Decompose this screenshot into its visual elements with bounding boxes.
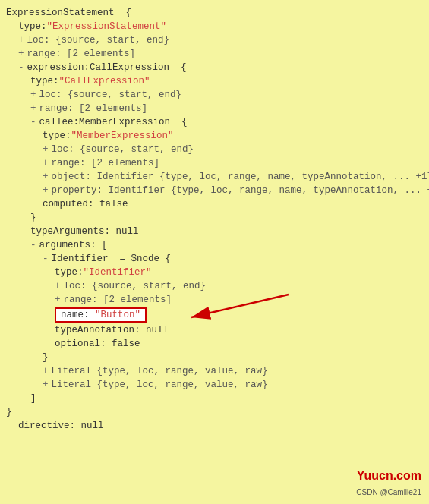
line-11: + loc: {source, start, end} xyxy=(0,143,429,156)
code-viewer: ExpressionStatement { type: "ExpressionS… xyxy=(0,0,429,504)
line-31: directive: null xyxy=(0,419,429,433)
line-10: type: "MemberExpression" xyxy=(0,129,429,143)
line-6: type: "CallExpression" xyxy=(0,74,429,88)
line-8: + range: [2 elements] xyxy=(0,102,429,115)
line-17: typeArguments: null xyxy=(0,225,429,238)
highlighted-name-field: name: "Button" xyxy=(55,307,147,323)
line-28: + Literal {type, loc, range, value, raw} xyxy=(0,378,429,392)
line-14: + property: Identifier {type, loc, range… xyxy=(0,184,429,197)
line-15: computed: false xyxy=(0,197,429,211)
line-16: } xyxy=(0,211,429,225)
line-12: + range: [2 elements] xyxy=(0,156,429,170)
line-22: + range: [2 elements] xyxy=(0,293,429,307)
line-4: + range: [2 elements] xyxy=(0,47,429,61)
line-18: - arguments: [ xyxy=(0,238,429,252)
line-29: ] xyxy=(0,392,429,405)
line-9: - callee: MemberExpression { xyxy=(0,115,429,129)
line-23-highlighted: name: "Button" xyxy=(0,307,429,323)
line-21: + loc: {source, start, end} xyxy=(0,279,429,293)
watermark-main: Yuucn.com xyxy=(357,469,421,483)
line-13: + object: Identifier {type, loc, range, … xyxy=(0,170,429,184)
line-2: type: "ExpressionStatement" xyxy=(0,20,429,33)
line-25: optional: false xyxy=(0,337,429,351)
line-30: } xyxy=(0,405,429,419)
line-20: type: "Identifier" xyxy=(0,266,429,279)
line-1-text: ExpressionStatement { xyxy=(6,8,131,18)
line-1: ExpressionStatement { xyxy=(0,6,429,20)
line-26: } xyxy=(0,351,429,364)
line-24: typeAnnotation: null xyxy=(0,323,429,337)
line-19: - Identifier = $node { xyxy=(0,252,429,266)
line-7: + loc: {source, start, end} xyxy=(0,88,429,102)
watermark-sub: CSDN @Camille21 xyxy=(356,488,421,496)
line-5: - expression: CallExpression { xyxy=(0,61,429,74)
line-27: + Literal {type, loc, range, value, raw} xyxy=(0,364,429,378)
line-3: + loc: {source, start, end} xyxy=(0,33,429,47)
